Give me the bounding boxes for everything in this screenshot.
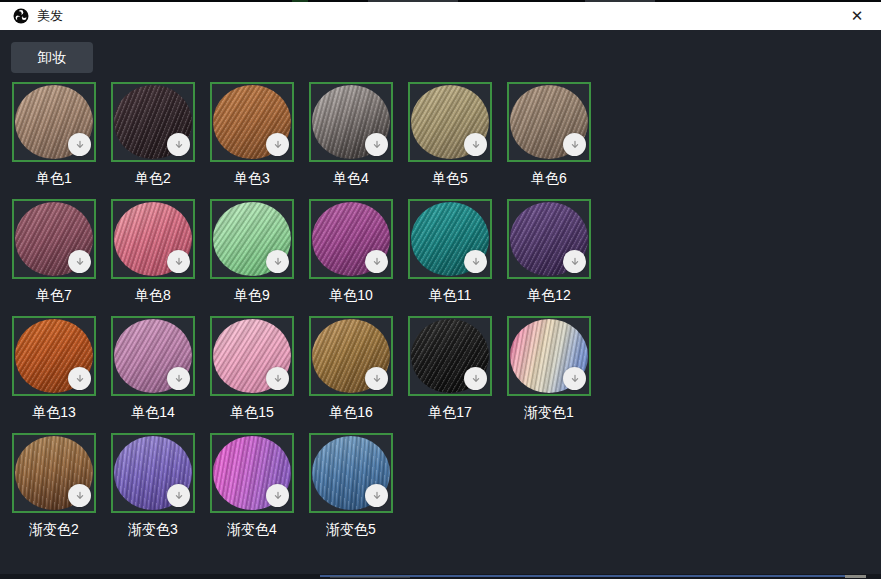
download-icon[interactable]	[464, 250, 487, 273]
hair-swatch-tile[interactable]	[408, 199, 492, 279]
hair-style-cell: 单色5	[408, 82, 492, 199]
hair-style-cell: 单色16	[309, 316, 393, 433]
hair-swatch-label: 渐变色3	[111, 520, 195, 538]
hair-swatch-label: 渐变色4	[210, 520, 294, 538]
hair-style-cell: 单色2	[111, 82, 195, 199]
bottom-edge-artifact	[845, 575, 866, 578]
download-icon[interactable]	[68, 367, 91, 390]
hair-swatch-label: 单色17	[408, 403, 492, 421]
hair-swatch-tile[interactable]	[309, 82, 393, 162]
hair-style-cell: 渐变色2	[12, 433, 96, 550]
hair-swatch-label: 单色12	[507, 286, 591, 304]
hair-style-cell: 单色1	[12, 82, 96, 199]
download-icon[interactable]	[167, 484, 190, 507]
hair-swatch-label: 单色15	[210, 403, 294, 421]
hair-swatch-tile[interactable]	[309, 433, 393, 513]
hair-style-cell: 单色10	[309, 199, 393, 316]
hair-style-cell: 渐变色5	[309, 433, 393, 550]
dialog-content: 卸妆 单色1 单色2	[0, 30, 881, 574]
hair-swatch-label: 单色1	[12, 169, 96, 187]
hair-style-cell: 单色4	[309, 82, 393, 199]
hair-swatch-tile[interactable]	[408, 82, 492, 162]
download-icon[interactable]	[563, 250, 586, 273]
dialog-titlebar: 美发 ✕	[0, 2, 881, 30]
download-icon[interactable]	[68, 250, 91, 273]
hair-swatch-tile[interactable]	[111, 433, 195, 513]
remove-makeup-button[interactable]: 卸妆	[11, 42, 93, 73]
download-icon[interactable]	[167, 367, 190, 390]
hair-swatch-tile[interactable]	[309, 316, 393, 396]
hair-style-cell: 单色12	[507, 199, 591, 316]
download-icon[interactable]	[68, 484, 91, 507]
download-icon[interactable]	[365, 133, 388, 156]
download-icon[interactable]	[464, 367, 487, 390]
download-icon[interactable]	[365, 250, 388, 273]
hair-swatch-label: 单色10	[309, 286, 393, 304]
download-icon[interactable]	[365, 367, 388, 390]
hair-swatch-tile[interactable]	[111, 316, 195, 396]
hair-swatch-label: 渐变色2	[12, 520, 96, 538]
download-icon[interactable]	[68, 133, 91, 156]
hair-swatch-tile[interactable]	[507, 316, 591, 396]
hair-style-cell: 渐变色1	[507, 316, 591, 433]
window-bottom-edge	[0, 574, 881, 579]
close-button[interactable]: ✕	[842, 2, 872, 30]
hair-style-cell: 单色15	[210, 316, 294, 433]
download-icon[interactable]	[563, 367, 586, 390]
hair-swatch-tile[interactable]	[111, 199, 195, 279]
download-icon[interactable]	[464, 133, 487, 156]
hair-swatch-label: 单色5	[408, 169, 492, 187]
hair-style-cell: 单色8	[111, 199, 195, 316]
hair-swatch-tile[interactable]	[12, 82, 96, 162]
hair-swatch-label: 单色9	[210, 286, 294, 304]
obs-logo-icon	[13, 8, 29, 24]
hair-swatch-label: 渐变色1	[507, 403, 591, 421]
dialog-title: 美发	[37, 7, 63, 25]
hair-style-cell: 单色14	[111, 316, 195, 433]
hair-swatch-label: 单色14	[111, 403, 195, 421]
hair-swatch-tile[interactable]	[12, 199, 96, 279]
download-icon[interactable]	[563, 133, 586, 156]
hair-swatch-tile[interactable]	[210, 433, 294, 513]
hair-style-cell: 单色13	[12, 316, 96, 433]
hair-swatch-label: 单色11	[408, 286, 492, 304]
hair-swatch-tile[interactable]	[210, 82, 294, 162]
hair-swatch-tile[interactable]	[12, 433, 96, 513]
hair-swatch-label: 单色8	[111, 286, 195, 304]
hair-swatch-tile[interactable]	[408, 316, 492, 396]
hair-style-cell: 渐变色4	[210, 433, 294, 550]
bottom-edge-artifact	[330, 576, 410, 578]
download-icon[interactable]	[266, 367, 289, 390]
hair-swatch-tile[interactable]	[12, 316, 96, 396]
hair-swatch-tile[interactable]	[309, 199, 393, 279]
hair-style-grid: 单色1 单色2 单色3	[12, 82, 591, 550]
hair-style-cell: 单色7	[12, 199, 96, 316]
hair-swatch-tile[interactable]	[111, 82, 195, 162]
hair-swatch-tile[interactable]	[210, 316, 294, 396]
hair-style-cell: 单色6	[507, 82, 591, 199]
download-icon[interactable]	[365, 484, 388, 507]
hair-style-cell: 单色17	[408, 316, 492, 433]
hair-style-cell: 单色11	[408, 199, 492, 316]
hair-style-cell: 单色3	[210, 82, 294, 199]
download-icon[interactable]	[266, 484, 289, 507]
download-icon[interactable]	[266, 133, 289, 156]
download-icon[interactable]	[266, 250, 289, 273]
hair-swatch-label: 单色13	[12, 403, 96, 421]
hair-swatch-tile[interactable]	[507, 82, 591, 162]
download-icon[interactable]	[167, 250, 190, 273]
hair-style-cell: 单色9	[210, 199, 294, 316]
download-icon[interactable]	[167, 133, 190, 156]
hair-swatch-label: 单色7	[12, 286, 96, 304]
hair-swatch-label: 单色16	[309, 403, 393, 421]
hair-swatch-tile[interactable]	[210, 199, 294, 279]
hair-swatch-label: 单色2	[111, 169, 195, 187]
hair-swatch-label: 单色6	[507, 169, 591, 187]
hair-swatch-label: 单色4	[309, 169, 393, 187]
hair-style-cell: 渐变色3	[111, 433, 195, 550]
hair-swatch-tile[interactable]	[507, 199, 591, 279]
hair-swatch-label: 单色3	[210, 169, 294, 187]
hair-swatch-label: 渐变色5	[309, 520, 393, 538]
